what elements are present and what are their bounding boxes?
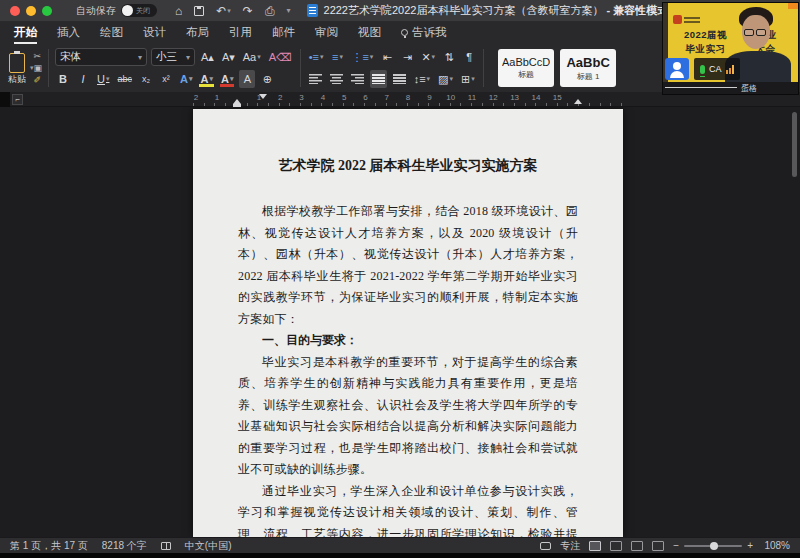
tab-引用[interactable]: 引用 xyxy=(229,25,252,44)
italic-button[interactable]: I xyxy=(75,70,91,88)
decrease-indent-button[interactable]: ⇤ xyxy=(379,48,395,66)
right-indent-marker[interactable] xyxy=(574,99,582,104)
ruler-number: 8 xyxy=(406,93,410,102)
undo-dropdown-icon[interactable]: ▾ xyxy=(227,7,231,14)
tab-设计[interactable]: 设计 xyxy=(143,25,166,44)
language-indicator[interactable]: 中文(中国) xyxy=(185,539,232,553)
asian-layout-button[interactable]: ✕▾ xyxy=(419,48,437,66)
draft-view-button[interactable] xyxy=(652,541,664,551)
justify-button[interactable] xyxy=(370,70,387,88)
copy-icon[interactable]: ▣ xyxy=(34,63,43,73)
tab-视图[interactable]: 视图 xyxy=(358,25,381,44)
minimize-button[interactable] xyxy=(26,6,36,16)
call-controls: CA xyxy=(665,58,740,80)
undo-button[interactable]: ↶ ▾ xyxy=(216,5,231,17)
font-name-select[interactable]: 宋体▾ xyxy=(55,48,147,66)
vertical-scrollbar[interactable] xyxy=(792,112,797,177)
subscript-button[interactable]: x₂ xyxy=(138,70,154,88)
underline-button[interactable]: U▾ xyxy=(95,70,111,88)
ruler-number: 7 xyxy=(385,93,389,102)
font-color-button[interactable]: A▾ xyxy=(219,70,235,88)
print-layout-view-button[interactable] xyxy=(589,541,601,551)
tab-selector[interactable]: ⌐ xyxy=(12,94,23,105)
microphone-icon[interactable] xyxy=(700,65,705,74)
change-case-button[interactable]: Aa▾ xyxy=(241,48,263,66)
ruler-number: 6 xyxy=(363,93,367,102)
numbering-button[interactable]: ≡▾ xyxy=(329,48,345,66)
style-标题1[interactable]: AaBbC标题 1 xyxy=(560,49,616,87)
cut-icon[interactable]: ✂ xyxy=(34,51,43,61)
shading-button[interactable]: ▨▾ xyxy=(436,70,455,88)
zoom-in-icon[interactable]: + xyxy=(747,540,753,551)
line-spacing-button[interactable]: ↕≡▾ xyxy=(412,70,432,88)
sort-button[interactable]: ⇅ xyxy=(441,48,457,66)
shrink-font-button[interactable]: A▾ xyxy=(220,48,237,66)
focus-label[interactable]: 专注 xyxy=(560,539,580,553)
pilcrow-button[interactable]: ¶ xyxy=(461,48,477,66)
enclose-char-button[interactable]: ⊕ xyxy=(259,70,275,88)
align-right-button[interactable] xyxy=(349,70,366,88)
zoom-track[interactable] xyxy=(684,545,742,547)
paste-button[interactable]: 粘贴 ▾ xyxy=(8,47,34,89)
borders-button[interactable]: ⊞▾ xyxy=(459,70,477,88)
fullscreen-button[interactable] xyxy=(42,6,52,16)
bold-button[interactable]: B xyxy=(55,70,71,88)
format-painter-icon[interactable]: ✐ xyxy=(34,75,43,85)
proofing-icon[interactable] xyxy=(161,542,171,550)
align-center-button[interactable] xyxy=(328,70,345,88)
align-left-button[interactable] xyxy=(307,70,324,88)
tab-开始[interactable]: 开始 xyxy=(14,25,37,44)
outline-view-button[interactable] xyxy=(631,541,643,551)
tab-绘图[interactable]: 绘图 xyxy=(100,25,123,44)
autosave-toggle[interactable]: 关闭 xyxy=(121,4,157,17)
tab-邮件[interactable]: 邮件 xyxy=(272,25,295,44)
multilevel-icon: ⋮≡ xyxy=(351,51,368,64)
char-shading-button[interactable]: A xyxy=(239,70,255,88)
change-case-icon: Aa xyxy=(243,51,256,63)
zoom-thumb[interactable] xyxy=(710,542,718,550)
ruler-number: 9 xyxy=(427,93,431,102)
video-call-overlay[interactable]: 2022届视专业 毕业实习大会 CA 蛋格 xyxy=(662,2,799,95)
autosave-control[interactable]: 自动保存 关闭 xyxy=(76,4,157,18)
numbering-icon: ≡ xyxy=(332,51,338,63)
superscript-button[interactable]: x² xyxy=(158,70,174,88)
quick-access-chevron-icon[interactable]: ▾ xyxy=(287,7,291,15)
participant-avatar-icon[interactable] xyxy=(665,58,689,80)
home-icon[interactable]: ⌂ xyxy=(175,5,182,17)
tab-审阅[interactable]: 审阅 xyxy=(315,25,338,44)
word-count[interactable]: 8218 个字 xyxy=(102,539,147,553)
tab-告诉我[interactable]: 告诉我 xyxy=(401,25,447,44)
text-effects-button[interactable]: A▾ xyxy=(178,70,194,88)
focus-icon[interactable] xyxy=(540,542,551,550)
distribute-button[interactable] xyxy=(391,70,408,88)
redo-icon[interactable]: ↷ xyxy=(243,5,253,17)
font-size-select[interactable]: 小三▾ xyxy=(151,48,195,66)
page-indicator[interactable]: 第 1 页，共 17 页 xyxy=(10,539,88,553)
highlight-button[interactable]: A▾ xyxy=(198,70,214,88)
page[interactable]: 艺术学院 2022 届本科生毕业实习实施方案根据学校教学工作部署与安排，结合 2… xyxy=(193,109,623,537)
increase-indent-button[interactable]: ⇥ xyxy=(399,48,415,66)
styles-gallery: AaBbCcD标题AaBbC标题 1 xyxy=(498,47,616,89)
clear-format-button[interactable]: A⌫ xyxy=(267,48,294,66)
chevron-down-icon: ▾ xyxy=(138,53,142,62)
tab-布局[interactable]: 布局 xyxy=(186,25,209,44)
tab-插入[interactable]: 插入 xyxy=(57,25,80,44)
multilevel-list-button[interactable]: ⋮≡▾ xyxy=(349,48,375,66)
zoom-out-icon[interactable]: − xyxy=(673,540,679,551)
zoom-level[interactable]: 108% xyxy=(762,540,790,551)
web-layout-view-button[interactable] xyxy=(610,541,622,551)
style-标题[interactable]: AaBbCcD标题 xyxy=(498,49,554,87)
document-area[interactable]: 艺术学院 2022 届本科生毕业实习实施方案根据学校教学工作部署与安排，结合 2… xyxy=(0,107,800,537)
distribute-icon xyxy=(393,74,406,84)
close-button[interactable] xyxy=(10,6,20,16)
clipboard-icon xyxy=(9,53,25,73)
grow-font-button[interactable]: A▴ xyxy=(199,48,216,66)
zoom-slider[interactable]: − + xyxy=(673,540,753,551)
print-icon[interactable]: ⎙ xyxy=(265,5,275,17)
ruler-number: 4 xyxy=(321,93,325,102)
mic-device-label: CA xyxy=(709,64,722,74)
save-icon[interactable] xyxy=(194,6,204,16)
strikethrough-button[interactable]: abc xyxy=(116,70,135,88)
style-sample: AaBbCcD xyxy=(502,56,550,68)
bullets-button[interactable]: •≡▾ xyxy=(307,48,326,66)
